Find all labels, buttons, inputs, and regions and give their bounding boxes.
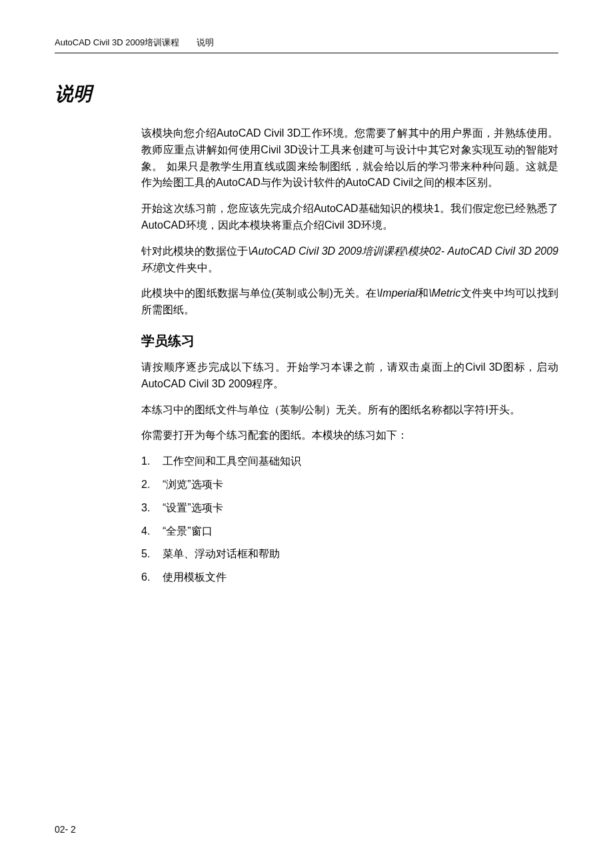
paragraph-3: 针对此模块的数据位于\AutoCAD Civil 3D 2009培训课程\模块0… <box>141 243 558 277</box>
paragraph-7: 你需要打开为每个练习配套的图纸。本模块的练习如下： <box>141 427 558 444</box>
page-footer: 02- 2 <box>55 824 76 835</box>
paragraph-5: 请按顺序逐步完成以下练习。开始学习本课之前，请双击桌面上的Civil 3D图标，… <box>141 359 558 393</box>
exercise-list: 1. 工作空间和工具空间基础知识 2. “浏览”选项卡 3. “设置”选项卡 4… <box>141 453 558 586</box>
p4-metric-italic: \Metric <box>428 287 460 299</box>
list-num: 3. <box>141 500 163 517</box>
list-text: 工作空间和工具空间基础知识 <box>163 453 558 470</box>
paragraph-1: 该模块向您介绍AutoCAD Civil 3D工作环境。您需要了解其中的用户界面… <box>141 125 558 191</box>
list-item: 4. “全景”窗口 <box>141 523 558 540</box>
list-text: 菜单、浮动对话框和帮助 <box>163 546 558 563</box>
p3-text-c: 文件夹中。 <box>165 262 219 273</box>
p4-text-c: 和 <box>418 287 429 299</box>
page-header: AutoCAD Civil 3D 2009培训课程 说明 <box>55 37 558 53</box>
header-course-text: AutoCAD Civil 3D 2009培训课程 <box>55 37 179 47</box>
section-subtitle: 学员练习 <box>141 332 558 350</box>
paragraph-2: 开始这次练习前，您应该先完成介绍AutoCAD基础知识的模块1。我们假定您已经熟… <box>141 201 558 234</box>
list-num: 2. <box>141 477 163 493</box>
list-item: 5. 菜单、浮动对话框和帮助 <box>141 546 558 563</box>
list-text: “全景”窗口 <box>163 523 558 540</box>
document-page: AutoCAD Civil 3D 2009培训课程 说明 说明 该模块向您介绍A… <box>0 0 613 629</box>
list-item: 2. “浏览”选项卡 <box>141 477 558 493</box>
list-num: 6. <box>141 569 163 586</box>
p4-imperial-italic: \Imperial <box>376 287 417 299</box>
list-item: 6. 使用模板文件 <box>141 569 558 586</box>
p3-text-a: 针对此模块的数据位于 <box>141 245 248 257</box>
header-section-text: 说明 <box>197 37 214 47</box>
paragraph-4: 此模块中的图纸数据与单位(英制或公制)无关。在\Imperial和\Metric… <box>141 285 558 319</box>
p4-text-a: 此模块中的图纸数据与单位(英制或公制)无关。在 <box>141 287 376 299</box>
list-text: “设置”选项卡 <box>163 500 558 517</box>
content-container: 该模块向您介绍AutoCAD Civil 3D工作环境。您需要了解其中的用户界面… <box>141 125 558 586</box>
paragraph-6: 本练习中的图纸文件与单位（英制/公制）无关。所有的图纸名称都以字符I开头。 <box>141 402 558 419</box>
list-num: 1. <box>141 453 163 470</box>
list-text: “浏览”选项卡 <box>163 477 558 493</box>
list-item: 3. “设置”选项卡 <box>141 500 558 517</box>
list-num: 4. <box>141 523 163 540</box>
list-num: 5. <box>141 546 163 563</box>
list-text: 使用模板文件 <box>163 569 558 586</box>
list-item: 1. 工作空间和工具空间基础知识 <box>141 453 558 470</box>
page-title: 说明 <box>55 81 558 107</box>
